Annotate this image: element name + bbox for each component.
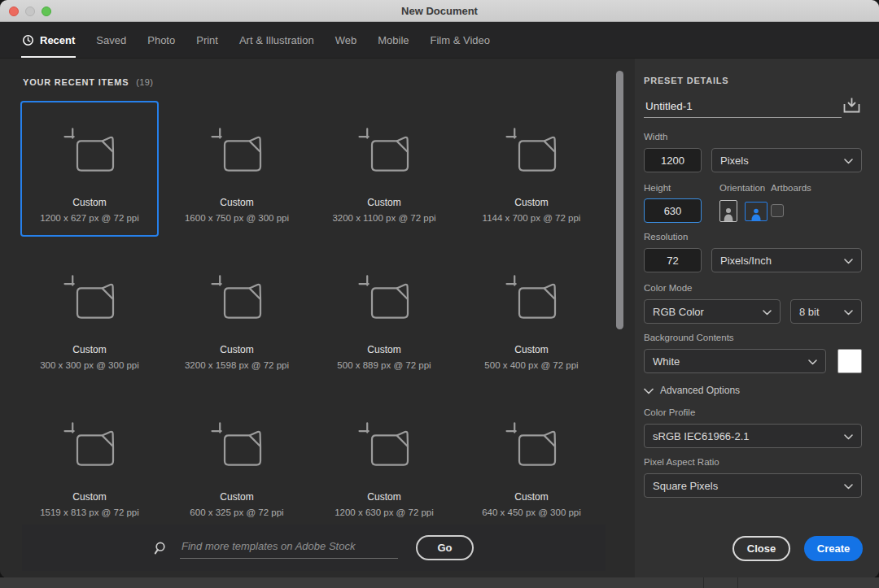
clock-icon [22, 34, 34, 46]
recent-item-name: Custom [514, 342, 548, 358]
section-header: YOUR RECENT ITEMS (19) [23, 77, 153, 87]
resolution-input[interactable] [644, 248, 702, 272]
orientation-landscape-button[interactable] [745, 202, 767, 221]
pixel-aspect-ratio-label: Pixel Aspect Ratio [644, 457, 719, 467]
resolution-label: Resolution [644, 232, 688, 242]
tab-label: Recent [40, 34, 75, 46]
category-tab-bar: Recent Saved Photo Print Art & Illustrat… [0, 22, 879, 59]
color-mode-dropdown[interactable]: RGB Color [644, 299, 781, 324]
background-contents-dropdown[interactable]: White [644, 349, 826, 373]
minimize-window-button[interactable] [25, 7, 35, 16]
recent-item-name: Custom [367, 195, 400, 211]
landscape-person-icon [750, 207, 763, 220]
custom-document-icon [63, 421, 116, 472]
recent-item-name: Custom [367, 342, 400, 358]
color-mode-value: RGB Color [653, 306, 763, 318]
tab[interactable]: Recent [22, 22, 75, 58]
width-unit-dropdown[interactable]: Pixels [711, 148, 862, 172]
recent-item[interactable]: Custom 500 x 889 px @ 72 ppi [315, 248, 453, 384]
advanced-options-label: Advanced Options [660, 385, 740, 396]
document-name-field-wrap [644, 94, 842, 118]
preset-details-header: PRESET DETAILS [644, 76, 729, 85]
custom-document-icon [505, 127, 558, 177]
recent-item[interactable]: Custom 640 x 450 px @ 300 ppi [462, 395, 601, 531]
recent-item[interactable]: Custom 1144 x 700 px @ 72 ppi [462, 101, 601, 237]
chevron-down-icon [844, 304, 853, 319]
section-title: YOUR RECENT ITEMS [23, 77, 129, 87]
recent-item-name: Custom [514, 490, 548, 505]
resolution-unit-dropdown[interactable]: Pixels/Inch [711, 248, 862, 272]
bit-depth-dropdown[interactable]: 8 bit [790, 299, 862, 324]
tab[interactable]: Mobile [378, 22, 409, 58]
section-count: (19) [136, 77, 153, 87]
pixel-aspect-ratio-dropdown[interactable]: Square Pixels [644, 473, 862, 498]
chevron-down-icon [844, 478, 853, 493]
height-label: Height [644, 183, 671, 193]
pixel-aspect-ratio-value: Square Pixels [653, 480, 844, 492]
tab[interactable]: Web [335, 22, 357, 58]
background-color-swatch[interactable] [837, 349, 862, 373]
stock-search-input[interactable] [180, 538, 398, 559]
go-button[interactable]: Go [416, 535, 474, 560]
tab[interactable]: Photo [147, 22, 175, 58]
color-profile-value: sRGB IEC61966-2.1 [653, 430, 844, 442]
custom-document-icon [210, 274, 264, 324]
window-controls [9, 7, 51, 16]
recent-item-name: Custom [220, 342, 253, 358]
tab[interactable]: Saved [96, 22, 126, 58]
preset-details-panel: PRESET DETAILS Width Pixels [635, 59, 879, 578]
recent-item-dimensions: 500 x 400 px @ 72 ppi [484, 358, 578, 373]
recent-item[interactable]: Custom 1600 x 750 px @ 300 ppi [168, 101, 306, 237]
recent-item-name: Custom [72, 490, 106, 505]
title-bar: New Document [0, 0, 879, 22]
tab-label: Photo [147, 34, 175, 46]
recent-item-name: Custom [220, 490, 253, 505]
save-preset-button[interactable] [841, 94, 862, 115]
width-input[interactable] [644, 148, 702, 172]
recent-item[interactable]: Custom 500 x 400 px @ 72 ppi [462, 248, 601, 384]
chevron-down-icon [844, 429, 853, 443]
search-icon [154, 541, 168, 555]
recent-item[interactable]: Custom 1200 x 630 px @ 72 ppi [315, 395, 453, 531]
recent-item-dimensions: 1200 x 627 px @ 72 ppi [40, 211, 139, 226]
tab[interactable]: Print [196, 22, 218, 58]
recent-item[interactable]: Custom 3200 x 1598 px @ 72 ppi [168, 248, 306, 384]
tab[interactable]: Art & Illustration [239, 22, 314, 58]
close-window-button[interactable] [9, 7, 19, 16]
background-app-strip [0, 577, 879, 588]
recent-item[interactable]: Custom 600 x 325 px @ 72 ppi [168, 395, 306, 531]
vertical-scrollbar[interactable] [616, 71, 623, 329]
recent-item-dimensions: 640 x 450 px @ 300 ppi [482, 505, 581, 520]
width-unit-value: Pixels [720, 155, 844, 167]
height-input[interactable] [644, 198, 702, 223]
width-label: Width [644, 132, 667, 142]
background-contents-value: White [653, 355, 808, 368]
recent-item-dimensions: 3200 x 1598 px @ 72 ppi [185, 358, 289, 373]
recent-item[interactable]: Custom 300 x 300 px @ 300 ppi [20, 248, 159, 384]
advanced-options-toggle[interactable]: Advanced Options [644, 383, 740, 398]
color-profile-dropdown[interactable]: sRGB IEC61966-2.1 [644, 424, 862, 448]
color-profile-label: Color Profile [644, 407, 695, 417]
recent-item-name: Custom [367, 490, 400, 505]
create-button[interactable]: Create [804, 536, 863, 561]
recent-item-dimensions: 300 x 300 px @ 300 ppi [40, 358, 139, 373]
custom-document-icon [357, 127, 411, 177]
artboards-checkbox[interactable] [771, 204, 784, 217]
tab-label: Saved [96, 34, 126, 46]
background-contents-label: Background Contents [644, 333, 734, 342]
recent-item[interactable]: Custom 1200 x 627 px @ 72 ppi [20, 101, 159, 237]
close-button[interactable]: Close [732, 536, 790, 561]
zoom-window-button[interactable] [42, 7, 51, 16]
orientation-portrait-button[interactable] [719, 200, 737, 222]
recent-item[interactable]: Custom 3200 x 1100 px @ 72 ppi [315, 101, 453, 237]
recent-item[interactable]: Custom 1519 x 813 px @ 72 ppi [20, 395, 159, 531]
document-name-input[interactable] [644, 94, 842, 117]
tab-label: Film & Video [431, 34, 490, 46]
recent-item-name: Custom [514, 195, 548, 211]
chevron-down-icon [844, 153, 853, 168]
custom-document-icon [210, 421, 264, 472]
custom-document-icon [357, 421, 411, 472]
recent-items-grid: Custom 1200 x 627 px @ 72 ppi Custom 160… [20, 101, 601, 531]
recent-item-name: Custom [72, 342, 106, 358]
tab[interactable]: Film & Video [431, 22, 490, 58]
